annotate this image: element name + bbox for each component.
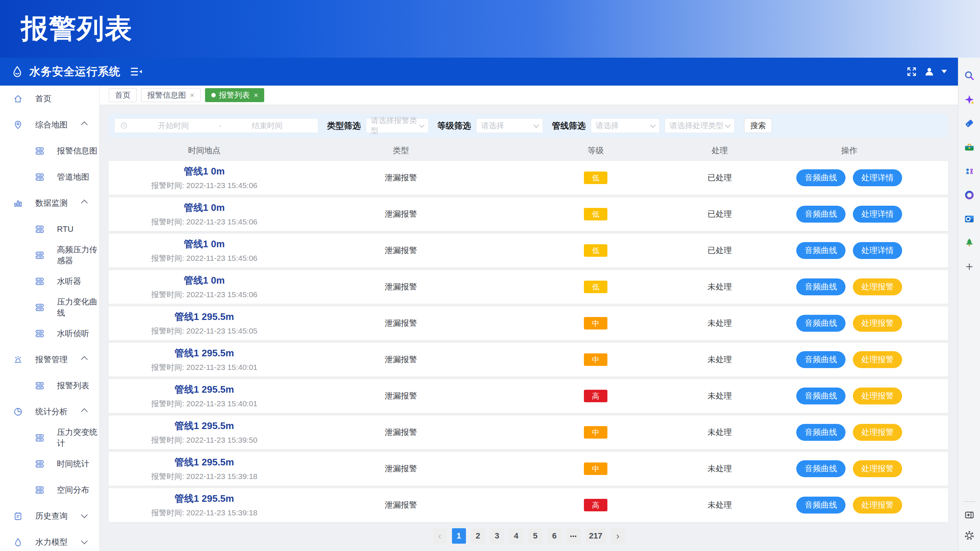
- status-text: 未处理: [708, 318, 732, 329]
- handle-alarm-button[interactable]: 处理报警: [853, 315, 902, 332]
- handle-alarm-button[interactable]: 处理报警: [853, 497, 902, 513]
- browser-sidebar-item[interactable]: [958, 254, 980, 278]
- alarm-type-select[interactable]: 请选择报警类型: [366, 118, 428, 133]
- alarm-type: 泄漏报警: [385, 281, 417, 292]
- handle-alarm-button[interactable]: 处理报警: [853, 351, 902, 368]
- sidebar-item[interactable]: 综合地图: [0, 112, 99, 138]
- sidebar-item[interactable]: 首页: [0, 86, 99, 112]
- sidebar-item[interactable]: 空间分布: [0, 477, 99, 503]
- fullscreen-icon[interactable]: [906, 66, 917, 77]
- browser-sidebar-item[interactable]: [958, 87, 980, 111]
- browser-sidebar-item[interactable]: [958, 207, 980, 231]
- cell-actions: 音频曲线 处理报警: [750, 497, 948, 513]
- tab-close-icon[interactable]: ×: [254, 91, 258, 100]
- browser-sidebar-item[interactable]: [958, 183, 980, 207]
- sidebar-item[interactable]: 报警信息图: [0, 138, 99, 164]
- audio-curve-button[interactable]: 音频曲线: [796, 351, 845, 368]
- server-icon: [35, 172, 45, 182]
- tab-close-icon[interactable]: ×: [190, 91, 194, 100]
- handle-alarm-button[interactable]: 处理详情: [853, 206, 902, 222]
- chevron-down-icon[interactable]: [942, 70, 947, 73]
- audio-curve-button[interactable]: 音频曲线: [796, 497, 845, 513]
- sidebar-item[interactable]: 数据监测: [0, 190, 99, 216]
- alarm-time: 报警时间: 2022-11-23 15:45:06: [151, 180, 257, 191]
- sidebar-item-label: 报警信息图: [57, 146, 97, 157]
- sidebar-item[interactable]: 报警管理: [0, 346, 99, 373]
- cell-status: 已处理: [689, 209, 750, 220]
- chevron-down-icon: [533, 122, 539, 128]
- audio-curve-button[interactable]: 音频曲线: [796, 278, 845, 295]
- handle-alarm-button[interactable]: 处理报警: [853, 460, 902, 477]
- cell-type: 泄漏报警: [300, 427, 502, 438]
- handle-alarm-button[interactable]: 处理报警: [853, 387, 902, 405]
- tab[interactable]: 报警列表 ×: [205, 88, 264, 102]
- level-select[interactable]: 请选择: [476, 118, 543, 133]
- tab[interactable]: 首页: [109, 88, 137, 102]
- page-button[interactable]: 2: [471, 528, 485, 544]
- page-button[interactable]: ‹: [433, 528, 447, 544]
- audio-curve-button[interactable]: 音频曲线: [796, 315, 845, 332]
- browser-sidebar: [958, 58, 980, 551]
- tab[interactable]: 报警信息图 ×: [141, 88, 200, 102]
- copilot-icon: [964, 94, 975, 105]
- sidebar-item[interactable]: 历史查询: [0, 503, 99, 529]
- browser-sidebar-item[interactable]: [958, 231, 980, 254]
- cell-status: 未处理: [689, 318, 750, 329]
- browser-sidebar-item[interactable]: [958, 135, 980, 159]
- page-button[interactable]: 4: [509, 528, 523, 544]
- page-button[interactable]: 3: [490, 528, 504, 544]
- pipeline-select[interactable]: 请选择: [591, 118, 660, 133]
- audio-curve-button[interactable]: 音频曲线: [796, 242, 845, 259]
- handle-alarm-button[interactable]: 处理详情: [853, 242, 902, 259]
- handle-alarm-button[interactable]: 处理报警: [853, 424, 902, 441]
- handle-alarm-button[interactable]: 处理详情: [853, 169, 902, 186]
- browser-sidebar-item[interactable]: [958, 64, 980, 87]
- sidebar-item[interactable]: 报警列表: [0, 373, 99, 399]
- sidebar-item[interactable]: 水听器: [0, 268, 99, 294]
- page-button[interactable]: 217: [586, 528, 606, 544]
- user-avatar-icon[interactable]: [924, 67, 934, 76]
- browser-sidebar-item[interactable]: [958, 525, 980, 546]
- browser-sidebar-item[interactable]: [958, 505, 980, 525]
- audio-curve-button[interactable]: 音频曲线: [796, 460, 845, 477]
- browser-sidebar-item[interactable]: [958, 159, 980, 183]
- page-button[interactable]: 5: [528, 528, 542, 544]
- date-range-input[interactable]: 开始时间 - 结束时间: [114, 118, 318, 133]
- cell-time-location: 管线1 295.5m 报警时间: 2022-11-23 15:40:01: [109, 347, 300, 373]
- search-button[interactable]: 搜索: [744, 118, 772, 133]
- audio-curve-button[interactable]: 音频曲线: [796, 206, 845, 222]
- sidebar-item-label: 报警管理: [35, 354, 68, 365]
- cell-actions: 音频曲线 处理报警: [750, 351, 948, 368]
- audio-curve-button[interactable]: 音频曲线: [796, 424, 845, 441]
- browser-sidebar-item[interactable]: [958, 111, 980, 135]
- alarm-type: 泄漏报警: [385, 391, 417, 402]
- sidebar-item[interactable]: 水听侦听: [0, 320, 99, 346]
- divider: [964, 502, 975, 502]
- sidebar-item-label: 水听侦听: [57, 328, 89, 339]
- page-button[interactable]: ›: [611, 528, 625, 544]
- sidebar-item[interactable]: 时间统计: [0, 451, 99, 477]
- cell-time-location: 管线1 295.5m 报警时间: 2022-11-23 15:39:50: [109, 419, 300, 445]
- sidebar-item[interactable]: RTU: [0, 216, 99, 242]
- handle-type-select[interactable]: 请选择处理类型: [665, 118, 735, 133]
- chevron-icon: [81, 408, 88, 415]
- sidebar-item[interactable]: 高频压力传感器: [0, 242, 99, 268]
- page-button[interactable]: 6: [547, 528, 562, 544]
- sidebar-item-label: 压力突变统计: [57, 427, 99, 449]
- sidebar-item[interactable]: 压力变化曲线: [0, 294, 99, 320]
- pipeline-placeholder: 请选择: [596, 121, 619, 131]
- page-button[interactable]: 1: [452, 528, 466, 544]
- alarm-time: 报警时间: 2022-11-23 15:45:05: [151, 326, 257, 336]
- sidebar-item[interactable]: 压力突变统计: [0, 425, 99, 451]
- sidebar-item[interactable]: 管道地图: [0, 164, 99, 190]
- panel-icon: [964, 510, 975, 521]
- audio-curve-button[interactable]: 音频曲线: [796, 387, 845, 405]
- page-title: 报警列表: [21, 11, 133, 48]
- sidebar-item[interactable]: 水力模型: [0, 529, 99, 551]
- audio-curve-button[interactable]: 音频曲线: [796, 169, 845, 186]
- handle-alarm-button[interactable]: 处理报警: [853, 278, 902, 295]
- menu-fold-icon[interactable]: [131, 67, 142, 76]
- page-button[interactable]: •••: [566, 528, 581, 544]
- alarm-type: 泄漏报警: [385, 172, 417, 183]
- sidebar-item[interactable]: 统计分析: [0, 399, 99, 425]
